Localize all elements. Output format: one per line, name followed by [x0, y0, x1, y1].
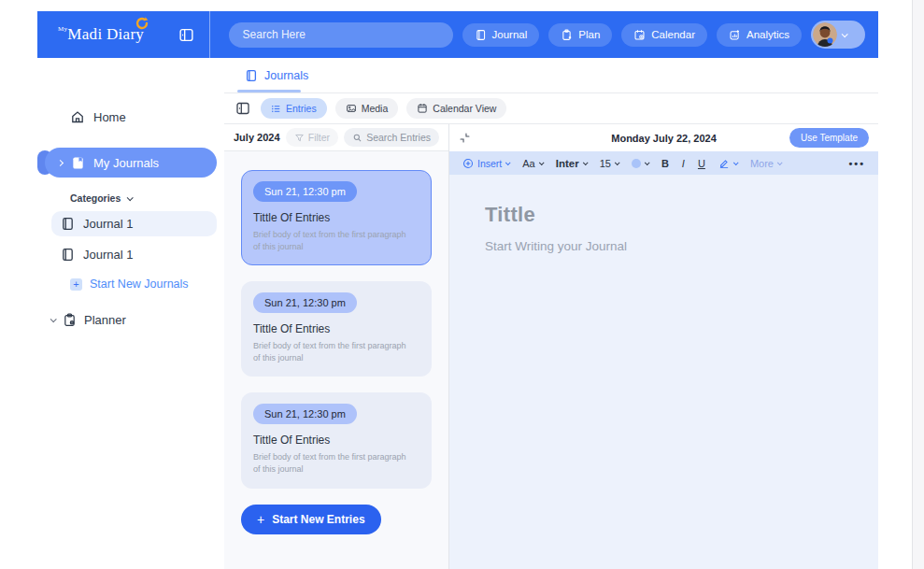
app-logo: MyMadi Diary — [58, 25, 144, 44]
plus-circle-icon — [462, 158, 474, 169]
calendar-icon — [633, 29, 646, 41]
editor-header: Monday July 22, 2024 Use Template — [449, 124, 878, 151]
profile-menu[interactable] — [811, 21, 865, 49]
filter-funnel-icon — [294, 133, 305, 143]
plus-icon: + — [257, 512, 264, 527]
color-swatch-icon — [632, 159, 641, 168]
editor-content[interactable]: Tittle Start Writing your Journal — [449, 175, 878, 569]
text-style-dropdown[interactable]: Aa — [522, 158, 542, 169]
plan-nav-button[interactable]: Plan — [548, 23, 612, 47]
font-size-dropdown[interactable]: 15 — [600, 158, 618, 169]
chevron-down-icon — [615, 160, 620, 165]
sidebar-item-my-journals[interactable]: My Journals — [45, 148, 217, 178]
view-calendar-button[interactable]: Calendar View — [406, 98, 506, 119]
month-label: July 2024 — [234, 132, 280, 143]
entry-card[interactable]: Sun 21, 12:30 pm Tittle Of Entries Brief… — [241, 170, 432, 265]
sidebar-item-journal-2[interactable]: Journal 1 — [51, 242, 217, 267]
main-area: Journals Entries Media — [224, 58, 878, 569]
journal-title-placeholder[interactable]: Tittle — [485, 203, 878, 227]
content-split: July 2024 Filter Search Entries — [224, 124, 878, 569]
calendar-icon — [417, 103, 428, 114]
entry-time-badge: Sun 21, 12:30 pm — [253, 181, 357, 202]
active-tab-underline — [237, 90, 301, 92]
collapse-panel-icon[interactable] — [459, 132, 471, 144]
chevron-down-icon — [583, 160, 589, 165]
home-icon — [70, 109, 85, 124]
entry-time-badge: Sun 21, 12:30 pm — [253, 292, 357, 313]
entry-card[interactable]: Sun 21, 12:30 pm Tittle Of Entries Brief… — [241, 392, 432, 488]
journal-icon — [61, 217, 75, 231]
sidebar-item-journal-1[interactable]: Journal 1 — [51, 211, 217, 236]
logo-text: Madi Diary — [67, 25, 144, 43]
calendar-nav-button[interactable]: Calendar — [621, 23, 707, 47]
plan-icon — [561, 29, 573, 41]
start-new-journals-button[interactable]: + Start New Journals — [37, 273, 224, 295]
sidebar-item-planner[interactable]: Planner — [37, 308, 224, 331]
text-color-dropdown[interactable] — [632, 159, 648, 168]
planner-icon — [63, 313, 77, 327]
chevron-down-icon — [842, 31, 848, 37]
chevron-down-icon — [777, 160, 783, 165]
entry-title: Tittle Of Entries — [253, 211, 419, 224]
entry-card[interactable]: Sun 21, 12:30 pm Tittle Of Entries Brief… — [241, 281, 432, 377]
app-window: MyMadi Diary Journal — [37, 11, 878, 569]
entry-body: Brief body of text from the first paragr… — [253, 229, 412, 252]
journal-book-icon — [71, 156, 85, 170]
header-nav: Journal Plan Calendar Analytics — [462, 21, 865, 49]
more-menu[interactable]: More — [750, 158, 781, 169]
logo-prefix: My — [58, 26, 67, 33]
journals-tab-bar: Journals — [224, 58, 878, 93]
entries-panel-header: July 2024 Filter Search Entries — [224, 124, 448, 151]
search-icon — [352, 133, 362, 143]
categories-toggle[interactable]: Categories — [37, 192, 224, 204]
view-media-button[interactable]: Media — [335, 98, 399, 119]
highlight-dropdown[interactable] — [718, 158, 737, 169]
start-new-entries-button[interactable]: + Start New Entries — [241, 505, 381, 534]
entry-title: Tittle Of Entries — [253, 434, 419, 447]
chevron-down-icon — [127, 194, 134, 201]
avatar — [813, 22, 837, 47]
sidebar-toggle-icon[interactable] — [178, 27, 194, 43]
italic-button[interactable]: I — [682, 158, 685, 169]
filter-button[interactable]: Filter — [286, 128, 338, 147]
current-date-label: Monday July 22, 2024 — [611, 133, 717, 144]
design-canvas: MyMadi Diary Journal — [0, 0, 924, 569]
search-input[interactable] — [229, 22, 453, 48]
sidebar-item-my-journals-wrap: My Journals — [37, 148, 224, 178]
insert-button[interactable]: Insert — [462, 158, 509, 169]
journal-icon — [61, 248, 75, 262]
journal-book-icon — [245, 69, 258, 82]
logo-swirl-icon — [135, 16, 149, 31]
tab-journals[interactable]: Journals — [245, 69, 308, 82]
list-icon — [271, 104, 281, 114]
entries-list: Sun 21, 12:30 pm Tittle Of Entries Brief… — [224, 151, 448, 569]
editor-panel: Monday July 22, 2024 Use Template Insert… — [448, 124, 878, 569]
sidebar-item-home[interactable]: Home — [37, 107, 224, 127]
chevron-down-icon — [505, 160, 511, 165]
chevron-right-icon — [57, 159, 64, 165]
view-entries-button[interactable]: Entries — [261, 98, 327, 119]
journal-nav-button[interactable]: Journal — [462, 23, 540, 47]
chevron-down-icon — [539, 160, 545, 165]
app-body: Home My Journals Categories Jo — [37, 58, 878, 569]
search-entries-button[interactable]: Search Entries — [344, 128, 439, 147]
media-image-icon — [346, 103, 357, 114]
chevron-down-icon — [645, 160, 650, 165]
entry-body: Brief body of text from the first paragr… — [253, 340, 412, 363]
editor-toolbar: Insert Aa Inter — [449, 151, 878, 175]
font-family-dropdown[interactable]: Inter — [556, 158, 587, 169]
bold-button[interactable]: B — [661, 158, 669, 169]
plus-icon: + — [70, 278, 82, 291]
use-template-button[interactable]: Use Template — [789, 128, 869, 148]
top-header: MyMadi Diary Journal — [37, 11, 878, 58]
logo-section: MyMadi Diary — [37, 11, 210, 58]
analytics-nav-button[interactable]: Analytics — [717, 23, 802, 47]
journal-icon — [475, 29, 487, 41]
chevron-down-icon — [50, 316, 57, 322]
view-toggle-bar: Entries Media Calendar View — [224, 93, 878, 124]
journal-body-placeholder[interactable]: Start Writing your Journal — [485, 239, 878, 253]
overflow-menu[interactable]: ••• — [848, 158, 865, 169]
panel-collapse-icon[interactable] — [235, 101, 250, 116]
entry-title: Tittle Of Entries — [253, 322, 419, 335]
underline-button[interactable]: U — [698, 158, 705, 169]
